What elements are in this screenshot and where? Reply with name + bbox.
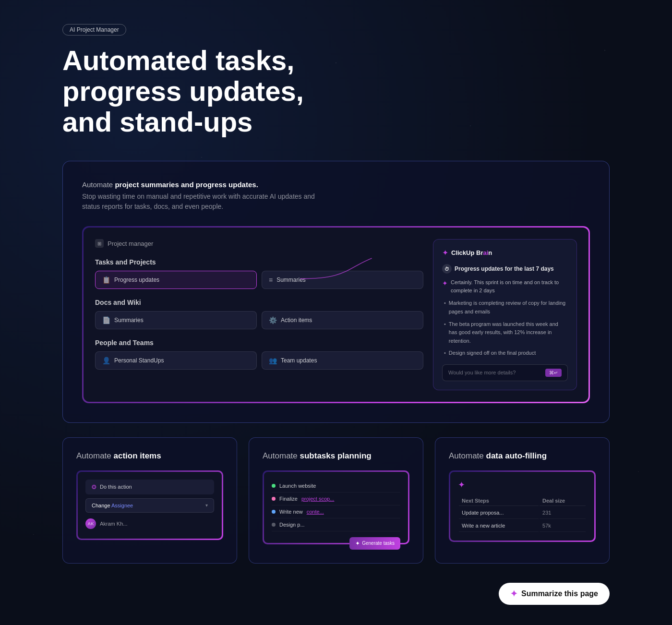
action-do-label: Do this action [100, 484, 132, 490]
table-row-2-col2: 57k [540, 520, 586, 532]
team-updates-icon: 👥 [269, 357, 277, 364]
data-autofill-title-plain: Automate [449, 451, 486, 460]
brain-bullet-2-text: The beta program was launched this week … [449, 320, 568, 346]
subtask-3-link: conte... [307, 509, 324, 515]
action-do-icon: ⚙ [91, 483, 97, 491]
brain-answer: ✦ Certainly. This sprint is on time and … [442, 278, 568, 294]
subtask-2-link: project scop... [301, 496, 334, 502]
page-container: AI Project Manager Automated tasks, prog… [0, 0, 672, 625]
brain-bullet-3-text: Design signed off on the final product [449, 349, 536, 358]
action-mockup-inner: ⚙ Do this action Change Assignee ▾ AK Ak… [78, 472, 222, 539]
tasks-section-label: Tasks and Projects [95, 258, 423, 266]
generate-star-icon: ✦ [355, 540, 360, 547]
main-card-subtitle-bold: project summaries and progress updates. [115, 180, 258, 189]
people-section-label: People and Teams [95, 339, 423, 347]
action-items-card-title: Automate action items [76, 451, 223, 461]
brain-bullet-1-text: Marketing is completing review of copy f… [449, 299, 568, 316]
table-row: Update proposa... 231 [459, 507, 586, 519]
summarize-button[interactable]: ✦ Summarize this page [499, 583, 610, 605]
dot-gray-icon [272, 523, 276, 527]
summaries-tasks-label: Summaries [276, 276, 306, 283]
summarize-row: ✦ Summarize this page [62, 583, 610, 605]
ui-left-panel: ⊞ Project manager Tasks and Projects 📋 P… [95, 239, 423, 390]
subtask-item-2: Finalize project scop... [272, 493, 400, 505]
data-autofill-title-bold: data auto-filling [486, 451, 547, 460]
action-items-title-bold: action items [114, 451, 161, 460]
ui-mockup-inner: ⊞ Project manager Tasks and Projects 📋 P… [84, 228, 588, 402]
badge: AI Project Manager [62, 24, 126, 36]
brain-panel-header: ✦ ClickUp Brain [442, 248, 568, 257]
action-items-btn[interactable]: ⚙️ Action items [262, 311, 423, 329]
hero-title: Automated tasks, progress updates, and s… [62, 45, 350, 137]
table-row-1-plain: Update [462, 510, 480, 516]
dot-green-icon [272, 484, 276, 488]
action-user-row: AK Akram Kh... [85, 517, 214, 531]
subtask-1-text: Launch website [279, 483, 316, 489]
progress-updates-label: Progress updates [114, 276, 159, 283]
brain-bullet-1: Marketing is completing review of copy f… [442, 299, 568, 316]
subtask-item-3: Write new conte... [272, 505, 400, 518]
ui-header-label: Project manager [108, 240, 153, 247]
brain-input[interactable]: Would you like more details? ⌘↵ [442, 364, 568, 381]
subtasks-title-bold: subtasks planning [300, 451, 372, 460]
data-mockup: ✦ Next Steps Deal size Update proposa. [449, 470, 596, 542]
brain-panel: ✦ ClickUp Brain ⏱ Progress updates for t… [433, 239, 577, 390]
tasks-grid: 📋 Progress updates ≡ Summaries [95, 271, 423, 289]
table-row-1-col1: Update proposa... [459, 507, 539, 519]
table-row-2-plain: Write a [462, 523, 480, 529]
action-mockup: ⚙ Do this action Change Assignee ▾ AK Ak… [76, 470, 223, 540]
user-label: Akram Kh... [100, 521, 127, 527]
table-row-2-col1: Write a new article [459, 520, 539, 532]
subtasks-title-plain: Automate [263, 451, 300, 460]
subtask-2-plain: Finalize [279, 496, 298, 502]
ui-mockup-header: ⊞ Project manager [95, 239, 423, 248]
summaries-tasks-icon: ≡ [269, 276, 273, 284]
brain-answer-text: Certainly. This sprint is on time and on… [451, 278, 568, 294]
summaries-tasks-btn[interactable]: ≡ Summaries [262, 271, 423, 289]
bottom-cards-row: Automate action items ⚙ Do this action C… [62, 437, 610, 564]
brain-submit-btn[interactable]: ⌘↵ [545, 369, 562, 377]
generate-tasks-btn[interactable]: ✦ Generate tasks [349, 537, 400, 550]
docs-section-label: Docs and Wiki [95, 299, 423, 306]
subtasks-inner: Launch website Finalize project scop... … [264, 472, 408, 543]
action-change-label: Change Assignee [92, 503, 133, 508]
brain-input-placeholder: Would you like more details? [448, 370, 516, 375]
project-manager-icon: ⊞ [95, 239, 104, 248]
brain-logo: ClickUp Brain [451, 249, 492, 256]
subtask-3-plain: Write new [279, 509, 303, 515]
team-updates-btn[interactable]: 👥 Team updates [262, 351, 423, 370]
summarize-label: Summarize this page [521, 589, 598, 598]
dot-blue-icon [272, 510, 276, 514]
brain-answer-star: ✦ [442, 278, 448, 294]
subtasks-card: Automate subtasks planning Launch websit… [249, 437, 423, 564]
brain-submit-label: ⌘↵ [549, 370, 558, 375]
progress-updates-btn[interactable]: 📋 Progress updates [95, 271, 257, 289]
action-select-row[interactable]: Change Assignee ▾ [85, 498, 214, 513]
data-table: Next Steps Deal size Update proposa... 2… [458, 495, 587, 533]
team-updates-label: Team updates [281, 357, 317, 364]
brain-bullet-3: Design signed off on the final product [442, 349, 568, 358]
data-inner: ✦ Next Steps Deal size Update proposa. [450, 472, 594, 541]
table-row-1-col2: 231 [540, 507, 586, 519]
subtasks-mockup: Launch website Finalize project scop... … [263, 470, 409, 544]
avatar: AK [85, 518, 96, 529]
data-spark-icon: ✦ [458, 480, 587, 490]
personal-standups-btn[interactable]: 👤 Personal StandUps [95, 351, 257, 370]
table-row-1-link: proposa... [480, 510, 504, 516]
summaries-docs-btn[interactable]: 📄 Summaries [95, 311, 257, 329]
action-items-title-plain: Automate [76, 451, 114, 460]
table-row-2-link: new article [480, 523, 505, 529]
subtask-item-4: Design p... [272, 518, 400, 531]
table-header-next-steps: Next Steps [459, 496, 539, 506]
summarize-star-icon: ✦ [510, 589, 517, 599]
main-card-desc: Stop wasting time on manual and repetiti… [82, 192, 322, 212]
personal-standups-icon: 👤 [102, 357, 110, 364]
action-items-label: Action items [281, 317, 312, 324]
main-card-subtitle: Automate project summaries and progress … [82, 180, 590, 189]
dot-pink-icon [272, 497, 276, 501]
summaries-docs-label: Summaries [114, 317, 144, 324]
subtask-item-1: Launch website [272, 480, 400, 493]
brain-bullets: Marketing is completing review of copy f… [442, 299, 568, 358]
brain-bullet-2: The beta program was launched this week … [442, 320, 568, 346]
data-autofill-card-title: Automate data auto-filling [449, 451, 596, 461]
